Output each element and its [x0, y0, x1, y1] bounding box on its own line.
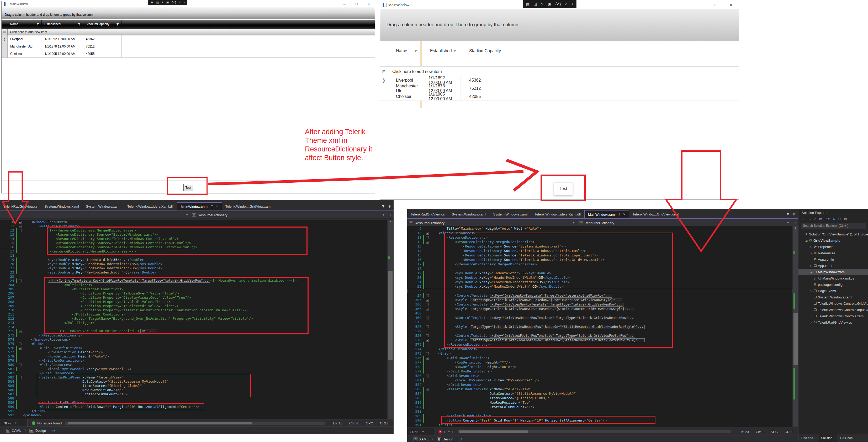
- fold-collapse-icon[interactable]: −: [19, 363, 22, 366]
- tab-Telerik.Window...iders.Xaml.dll[interactable]: Telerik.Window...iders.Xaml.dll: [531, 210, 584, 218]
- code-line-592[interactable]: 592</Window>: [0, 413, 387, 417]
- table-row[interactable]: ❯Liverpool1/1/1892 12:00:00 AM45362: [380, 76, 739, 85]
- code-line-584[interactable]: 584 DataContext="{StaticResource MyViewM…: [407, 391, 793, 396]
- fold-margin[interactable]: +: [424, 333, 430, 337]
- add-new-item-row[interactable]: ⊞ Click here to add new item: [2, 29, 375, 36]
- code-line-591[interactable]: 591 </Grid>: [407, 422, 793, 427]
- scrollbar-thumb[interactable]: [460, 431, 528, 433]
- tree-item-MainWindow.xaml[interactable]: ◢❏‹›MainWindow.xaml: [799, 269, 868, 275]
- code-line-582[interactable]: 582 </Grid.Resources>: [407, 382, 793, 387]
- cell[interactable]: 45362: [461, 76, 499, 84]
- fold-expand-icon[interactable]: +: [19, 279, 22, 283]
- fold-collapse-icon[interactable]: −: [426, 375, 429, 377]
- fold-margin[interactable]: −: [424, 351, 430, 355]
- code-line-15[interactable]: 15 <ResourceDictionary Source="Telerik.W…: [0, 241, 387, 245]
- tree-item-Solution 'GridViewSample' (1 of 1 project)[interactable]: ❖Solution 'GridViewSample' (1 of 1 proje…: [799, 231, 868, 237]
- code-line-212[interactable]: 212 <Setter TargetName="Background_Over_…: [0, 316, 387, 321]
- scroll-up-icon[interactable]: ▲: [388, 220, 393, 223]
- code-line-14[interactable]: 14 <ResourceDictionary Source="Telerik.W…: [0, 236, 387, 241]
- collapsed-region[interactable]: <!--<ControlTemplate x:Key="GridViewRowT…: [48, 279, 210, 283]
- code-line-16[interactable]: 16 <ResourceDictionary Source="Telerik.W…: [0, 245, 387, 249]
- close-button[interactable]: ×: [363, 2, 375, 6]
- code-line-13[interactable]: 13 <ResourceDictionary Source="System.Wi…: [407, 244, 793, 248]
- fold-margin[interactable]: −: [17, 346, 23, 350]
- code-line-579[interactable]: 579 </Grid.RowDefinitions>: [0, 358, 387, 362]
- code-line-585[interactable]: 585 ItemsSource="{Binding Clubs}": [407, 396, 793, 400]
- code-line-584[interactable]: 584 DataContext="{StaticResource MyViewM…: [0, 379, 387, 383]
- column-header-StadiumCapacity[interactable]: StadiumCapacity: [83, 20, 122, 29]
- code-line-583[interactable]: 583− <telerik:RadGridView x:Name="teleri…: [407, 387, 793, 391]
- filter-funnel-icon[interactable]: [116, 23, 119, 26]
- expander-closed-icon[interactable]: ▷: [809, 252, 813, 255]
- expander-closed-icon[interactable]: ▷: [809, 264, 813, 267]
- filter-funnel-icon[interactable]: [453, 49, 457, 53]
- tab-list-icon[interactable]: ▼: [382, 205, 384, 208]
- titlebar[interactable]: MainWindow ─ □ ×: [2, 1, 375, 7]
- cell[interactable]: Manchester Utd.: [8, 43, 42, 50]
- sync-with-active-document-icon[interactable]: ⇄: [819, 217, 822, 221]
- horizontal-scrollbar[interactable]: [458, 430, 731, 433]
- fold-margin[interactable]: +: [424, 302, 430, 306]
- back-icon[interactable]: ←: [802, 217, 805, 221]
- cell[interactable]: 42055: [83, 50, 122, 57]
- code-line-575[interactable]: 575− <Grid>: [0, 342, 387, 346]
- display-adorners-icon[interactable]: ▣: [548, 2, 551, 6]
- swap-panes-icon[interactable]: ⇄: [460, 437, 462, 441]
- collapsed-region[interactable]: x:Key="GridViewFooterRowTemplate" Target…: [490, 334, 635, 338]
- code-line-15[interactable]: 15 <ResourceDictionary Source="Telerik.W…: [407, 253, 793, 258]
- fold-margin[interactable]: −: [424, 387, 430, 391]
- fold-collapse-icon[interactable]: −: [426, 241, 429, 243]
- vertical-scrollbar[interactable]: ▲ −: [793, 226, 798, 427]
- maximize-button[interactable]: □: [708, 3, 723, 7]
- fold-collapse-icon[interactable]: −: [19, 221, 22, 224]
- breadcrumb[interactable]: ResourceDictionary: [415, 221, 444, 225]
- collapsed-region[interactable]: TargetType="telerik:GridViewNewRow" Base…: [470, 307, 633, 311]
- test-button-fluent[interactable]: Test: [554, 182, 573, 195]
- collapse-all-icon[interactable]: ⊟: [838, 217, 841, 221]
- cell[interactable]: Manchester Utd.: [388, 84, 420, 92]
- tab-Telerik.Windo....GridView.xaml[interactable]: Telerik.Windo....GridView.xaml: [629, 210, 682, 218]
- code-line-211[interactable]: 211 </MultiTrigger.Conditions>: [0, 312, 387, 316]
- code-line-16[interactable]: 16 <ResourceDictionary Source="Telerik.W…: [407, 258, 793, 262]
- code-line-580[interactable]: 580− <Grid.Resources>: [407, 374, 793, 378]
- cell[interactable]: 76212: [83, 43, 122, 50]
- column-header-StadiumCapacity[interactable]: StadiumCapacity: [461, 49, 501, 53]
- code-line-589[interactable]: 589 </telerik:RadGridView>: [407, 414, 793, 418]
- code-line-21[interactable]: 21 <sys:Double x:Key="FooterRowIndentWid…: [0, 266, 387, 270]
- fold-expand-icon[interactable]: +: [426, 325, 429, 328]
- fold-margin[interactable]: −: [424, 240, 430, 244]
- filter-funnel-icon[interactable]: [414, 49, 417, 53]
- expander-closed-icon[interactable]: ▷: [813, 277, 817, 280]
- code-line-14[interactable]: 14 <ResourceDictionary Source="Telerik.W…: [407, 248, 793, 253]
- cell[interactable]: 1/1/1892 12:00:00 AM: [420, 76, 461, 84]
- test-button-classic[interactable]: Test: [183, 184, 193, 191]
- maximize-button[interactable]: □: [350, 2, 363, 6]
- code-line-9[interactable]: 9 Title="MainWindow" Height="Auto" Width…: [407, 226, 793, 231]
- column-header-Name[interactable]: Name: [388, 49, 422, 53]
- code-line-581[interactable]: 581 <local:MyViewModel x:Key="MyViewMode…: [0, 367, 387, 371]
- fold-collapse-icon[interactable]: −: [19, 229, 22, 232]
- line-ending-indicator[interactable]: CRLF: [784, 430, 794, 434]
- collapsed-region[interactable]: x:Key="GridViewHeaderRowTemplate" Target…: [490, 316, 635, 320]
- code-line-20[interactable]: 20 <sys:Double x:Key="HeaderRowIndentWid…: [407, 275, 793, 280]
- code-line-577[interactable]: 577 <RowDefinition Height="*"/>: [0, 350, 387, 354]
- code-line-582[interactable]: 582 </Grid.Resources>: [0, 371, 387, 375]
- code-line-206[interactable]: 206 <Condition Property="IsMouseOver" Va…: [0, 291, 387, 295]
- table-row[interactable]: Chelsea1/1/1905 12:00:00 AM42055: [380, 92, 739, 101]
- collapsed-region[interactable]: x:Key="GridViewRowTemplate" TargetType="…: [490, 294, 612, 298]
- scrollbar-thumb[interactable]: [794, 313, 798, 365]
- collapsed-region[interactable]: TargetType="telerik:GridViewHeaderRow" B…: [470, 325, 645, 329]
- fold-margin[interactable]: +: [424, 293, 430, 297]
- fold-expand-icon[interactable]: +: [426, 334, 429, 337]
- forward-icon[interactable]: →: [808, 217, 811, 221]
- code-line-24[interactable]: 24+ <ControlTemplate x:Key="GridViewRowT…: [407, 293, 793, 298]
- fold-expand-icon[interactable]: +: [426, 307, 429, 311]
- tab-list-icon[interactable]: ▼: [787, 213, 789, 216]
- dropdown-arrow-icon[interactable]: ▼: [382, 214, 385, 216]
- code-line-576[interactable]: 576− <Grid.RowDefinitions>: [0, 346, 387, 350]
- toggle-adorners-icon[interactable]: {✓}: [555, 2, 561, 6]
- code-line-587[interactable]: 587 FrozenColumnCount="1">: [0, 392, 387, 396]
- cell[interactable]: 45362: [83, 35, 122, 43]
- display-adorners-icon[interactable]: ▣: [166, 1, 169, 4]
- tab-design[interactable]: ▣Design: [27, 427, 49, 434]
